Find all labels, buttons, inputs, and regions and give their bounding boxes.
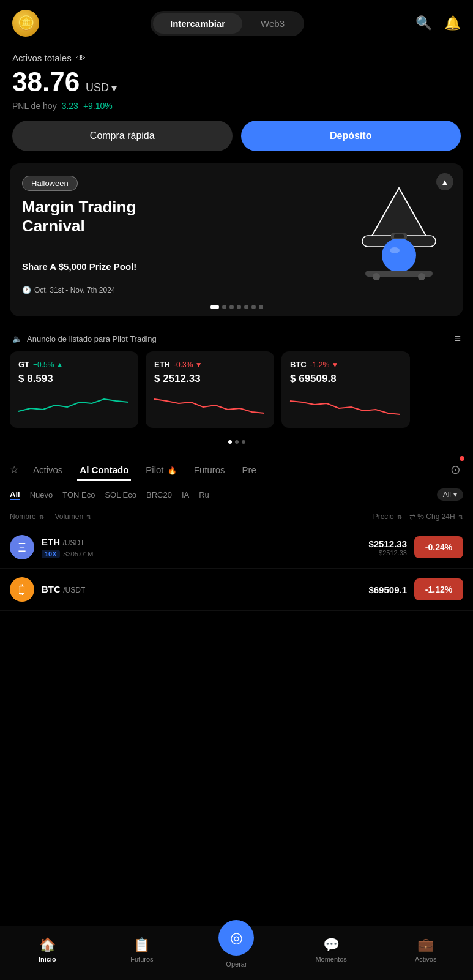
portfolio-currency: USD ▾ [86,81,117,95]
banner-date: 🕐 Oct. 31st - Nov. 7th 2024 [22,286,116,294]
banner-dot-4[interactable] [237,305,241,309]
nav-tabs: Intercambiar Web3 [151,11,304,36]
svg-marker-0 [371,188,426,237]
btc-change-badge: -1.12% [414,578,463,600]
operar-center-button[interactable]: ◎ [218,920,254,956]
market-cards-wrapper: GT +0.5% ▲ $ 8.593 ETH -0.3% ▼ $ 2512.33 [0,351,473,450]
price-sort-icon[interactable]: ⇅ [397,514,402,520]
tab-pilot[interactable]: Pilot 🔥 [143,460,179,480]
btc-token-info: BTC /USDT [42,584,346,595]
home-icon: 🏠 [39,937,56,953]
tab-futuros[interactable]: Futuros [192,460,228,480]
btc-token-icon: ₿ [10,577,34,602]
nav-activos[interactable]: 💼 Activos [401,937,450,963]
portfolio-amount: 38.76 USD ▾ [12,67,461,97]
quick-buy-button[interactable]: Compra rápida [12,121,233,151]
search-icon[interactable]: 🔍 [415,15,432,31]
btc-price-col: $69509.1 [346,585,407,595]
filter-tabs: All Nuevo TON Eco SOL Eco BRC20 IA Ru Al… [0,482,473,507]
svg-point-3 [390,247,400,253]
filter-sol-eco[interactable]: SOL Eco [105,490,136,499]
banner-title: Margin Trading Carnival [22,198,136,236]
volume-sort-icon[interactable]: ⇅ [86,514,91,520]
fire-icon: 🔥 [168,466,177,475]
speaker-icon: 🔈 [12,334,22,343]
app-logo[interactable]: 🪙 [12,10,39,37]
banner-dot-7[interactable] [259,305,263,309]
announcement-text: Anuncio de listado para Pilot Trading [27,334,157,343]
banner-dot-3[interactable] [229,305,234,309]
portfolio-label: Activos totales 👁 [12,53,461,63]
svg-rect-8 [394,234,404,238]
market-card-eth[interactable]: ETH -0.3% ▼ $ 2512.33 [146,351,274,428]
tab-activos[interactable]: Activos [31,460,65,480]
pnl-percent: +9.10% [83,101,113,111]
market-card-gt[interactable]: GT +0.5% ▲ $ 8.593 [10,351,138,428]
market-card-btc[interactable]: BTC -1.2% ▼ $ 69509.8 [281,351,410,428]
banner-tag: Halloween [22,176,78,191]
tab-pre[interactable]: Pre [240,460,259,480]
favorites-star-icon[interactable]: ☆ [10,464,18,476]
section-tabs: ☆ Activos Al Contado Pilot 🔥 Futuros Pre… [0,450,473,482]
nav-operar[interactable]: ◎ Operar [212,932,261,968]
list-icon[interactable]: ≡ [454,332,461,345]
eth-change-badge: -0.24% [414,536,463,558]
change-sort-icon[interactable]: ⇅ [458,514,463,520]
market-cards: GT +0.5% ▲ $ 8.593 ETH -0.3% ▼ $ 2512.33 [0,351,473,434]
nav-inicio[interactable]: 🏠 Inicio [23,937,72,963]
banner-dot-2[interactable] [222,305,226,309]
table-row[interactable]: Ξ ETH /USDT 10X $305.01M $2512.33 $2512.… [0,526,473,569]
name-sort-icon[interactable]: ⇅ [39,514,44,520]
banner-illustration [347,182,451,280]
filter-dropdown[interactable]: All ▾ [437,488,463,501]
svg-point-6 [418,273,425,280]
nav-momentos[interactable]: 💬 Momentos [307,937,356,963]
deposit-button[interactable]: Depósito [241,121,461,151]
clock-icon: 🕐 [22,286,31,294]
eth-price-col: $2512.33 $2512.33 [346,539,407,556]
banner-subtitle: Share A $5,000 Prize Pool! [22,261,136,272]
banner-dot-5[interactable] [244,305,248,309]
camera-icon: ⊙ [450,463,461,476]
bottom-nav: 🏠 Inicio 📋 Futuros ◎ Operar 💬 Momentos 💼… [0,926,473,980]
futuros-icon: 📋 [133,937,150,953]
tab-web3[interactable]: Web3 [244,13,302,34]
svg-point-2 [382,238,416,272]
portfolio-value: 38.76 [12,67,80,97]
filter-all[interactable]: All [10,490,20,500]
banner-dot-6[interactable] [251,305,256,309]
table-header: Nombre ⇅ Volumen ⇅ Precio ⇅ ⇄ % Chg 24H … [0,507,473,526]
portfolio-section: Activos totales 👁 38.76 USD ▾ PNL de hoy… [0,47,473,121]
chevron-down-icon: ▾ [453,490,457,499]
filter-brc20[interactable]: BRC20 [146,490,172,499]
dropdown-arrow-icon[interactable]: ▾ [111,81,117,95]
eye-icon[interactable]: 👁 [76,53,86,63]
announcement-bar: 🔈 Anuncio de listado para Pilot Trading … [0,326,473,351]
volume-badge: $305.01M [64,550,94,558]
banner-section: Halloween Margin Trading Carnival Share … [10,163,463,316]
svg-point-5 [373,273,380,280]
filter-ru[interactable]: Ru [199,490,209,499]
banner-collapse-icon[interactable]: ▲ [436,173,453,190]
top-nav: 🪙 Intercambiar Web3 🔍 🔔 [0,0,473,47]
nav-icons: 🔍 🔔 [415,15,461,31]
activos-icon: 💼 [417,937,434,953]
camera-scan-button[interactable]: ⊙ [448,457,463,482]
announcement-left: 🔈 Anuncio de listado para Pilot Trading [12,334,157,343]
swap-icon: ⇄ [409,512,415,521]
filter-ton-eco[interactable]: TON Eco [62,490,95,499]
banner-pagination [210,305,263,309]
action-buttons: Compra rápida Depósito [0,121,473,163]
tab-intercambiar[interactable]: Intercambiar [153,13,242,34]
operar-icon: ◎ [230,929,243,946]
camera-notification-dot [460,456,464,461]
nav-futuros[interactable]: 📋 Futuros [117,937,166,963]
momentos-icon: 💬 [323,937,340,953]
filter-ia[interactable]: IA [182,490,189,499]
table-row[interactable]: ₿ BTC /USDT $69509.1 -1.12% [0,569,473,611]
filter-nuevo[interactable]: Nuevo [30,490,53,499]
banner-dot-1[interactable] [210,305,219,309]
eth-token-info: ETH /USDT 10X $305.01M [42,537,346,558]
bell-icon[interactable]: 🔔 [444,15,461,31]
tab-al-contado[interactable]: Al Contado [77,460,131,480]
